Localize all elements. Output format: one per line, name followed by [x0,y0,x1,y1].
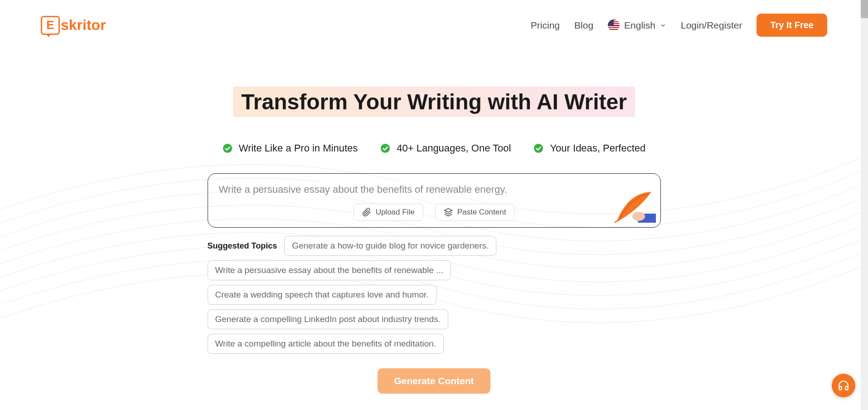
paste-content-button[interactable]: Paste Content [435,204,515,221]
input-actions: Upload File Paste Content [219,204,650,221]
hero: Transform Your Writing with AI Writer Wr… [0,87,868,394]
svg-point-5 [632,212,645,221]
svg-point-2 [534,144,543,153]
topic-chip[interactable]: Create a wedding speech that captures lo… [208,285,436,305]
nav-pricing[interactable]: Pricing [531,20,560,31]
generate-content-button[interactable]: Generate Content [378,368,490,394]
svg-marker-3 [444,209,452,212]
chevron-down-icon [660,22,666,29]
svg-point-0 [223,144,232,153]
logo-text: skritor [61,17,106,34]
logo-letter: E [46,18,54,32]
check-icon [380,143,390,153]
language-selector[interactable]: English [608,20,666,31]
nav: Pricing Blog English Login/Register Try … [531,14,827,37]
upload-file-button[interactable]: Upload File [354,204,423,221]
topic-chip[interactable]: Write a persuasive essay about the benef… [208,260,451,280]
chat-widget-button[interactable] [832,374,855,397]
headset-icon [838,380,849,391]
nav-login[interactable]: Login/Register [681,20,742,31]
topic-chip[interactable]: Generate a compelling LinkedIn post abou… [208,309,448,329]
logo-icon: E [41,16,60,35]
header: E skritor Pricing Blog English Login/Reg… [0,0,868,50]
features-row: Write Like a Pro in Minutes 40+ Language… [0,142,868,154]
hero-title: Transform Your Writing with AI Writer [233,87,635,117]
feature-item: 40+ Languages, One Tool [380,142,511,154]
flag-icon [608,20,620,31]
prompt-input-box: Upload File Paste Content [208,173,661,228]
suggested-label: Suggested Topics [208,241,277,251]
feature-text: Write Like a Pro in Minutes [239,142,358,154]
suggested-topics: Suggested Topics Generate a how-to guide… [208,236,661,354]
language-label: English [624,20,655,31]
nav-blog[interactable]: Blog [574,20,593,31]
feature-item: Write Like a Pro in Minutes [223,142,358,154]
paperclip-icon [362,208,371,217]
prompt-input[interactable] [219,182,650,197]
feature-item: Your Ideas, Perfected [533,142,645,154]
paste-content-label: Paste Content [457,208,506,217]
svg-point-1 [381,144,390,153]
topic-chip[interactable]: Write a compelling article about the ben… [208,334,444,354]
logo[interactable]: E skritor [41,16,106,35]
check-icon [533,143,543,153]
feature-text: 40+ Languages, One Tool [397,142,511,154]
quill-hand-icon [611,188,656,225]
upload-file-label: Upload File [376,208,415,217]
layers-icon [444,208,453,217]
topic-chip[interactable]: Generate a how-to guide blog for novice … [284,236,496,256]
scrollbar-thumb[interactable] [861,0,868,18]
feature-text: Your Ideas, Perfected [550,142,645,154]
check-icon [223,143,233,153]
try-free-button[interactable]: Try It Free [756,14,827,37]
